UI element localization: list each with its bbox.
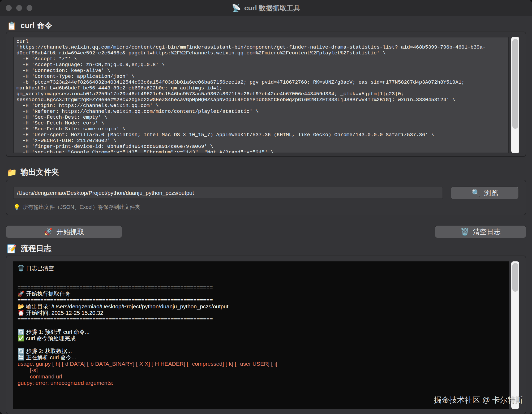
bulb-icon: 💡 <box>13 204 20 210</box>
clear-log-button-label: 清空日志 <box>473 227 501 236</box>
log-line: 🚀 开始执行抓取任务 <box>18 291 504 297</box>
clear-log-button[interactable]: 🗑️ 清空日志 <box>435 225 526 238</box>
output-section-header: 📁 输出文件夹 <box>7 166 525 178</box>
start-scrape-button-label: 开始抓取 <box>57 227 84 236</box>
log-line-error: usage: gui.py [-h] [-d DATA] [-b DATA_BI… <box>18 361 504 367</box>
log-group: 🗑️ 日志已清空 ===============================… <box>6 256 526 414</box>
titlebar: 📡 curl 数据抓取工具 <box>0 0 532 16</box>
log-line: 🗑️ 日志已清空 <box>18 265 504 271</box>
clipboard-icon: 📋 <box>7 21 17 31</box>
folder-icon: 📁 <box>7 168 17 177</box>
log-lines[interactable]: 🗑️ 日志已清空 ===============================… <box>13 261 509 409</box>
log-line <box>18 278 504 284</box>
log-line: 🔄 步骤 1: 预处理 curl 命令... <box>18 329 504 335</box>
satellite-icon: 📡 <box>232 4 241 12</box>
log-line: 🔄 步骤 2: 获取数据... <box>18 348 504 354</box>
log-line-error: [-s] <box>18 367 504 373</box>
app-window: 📡 curl 数据抓取工具 📋 curl 命令 curl 'https://ch… <box>0 0 532 414</box>
log-line: ========================================… <box>18 316 504 322</box>
close-button[interactable] <box>6 5 12 11</box>
curl-command-group: curl 'https://channels.weixin.qq.com/mic… <box>6 32 526 157</box>
log-line: ========================================… <box>18 284 504 291</box>
log-line: 📂 输出目录: /Users/dengzemiao/Desktop/Projec… <box>18 303 504 310</box>
memo-icon: 📝 <box>7 244 17 253</box>
log-line: ⏰ 开始时间: 2025-12-25 15:20:32 <box>18 310 504 316</box>
log-section-title: 流程日志 <box>20 243 51 254</box>
browse-button-label: 浏览 <box>484 188 498 198</box>
app-title: 📡 curl 数据抓取工具 <box>232 3 300 13</box>
minimize-button[interactable] <box>16 5 22 11</box>
curl-command-textarea[interactable]: curl 'https://channels.weixin.qq.com/mic… <box>13 37 509 153</box>
log-scrollbar[interactable] <box>511 261 519 409</box>
output-path-input[interactable] <box>13 187 443 199</box>
action-buttons-row: 🚀 开始抓取 🗑️ 清空日志 <box>6 225 526 238</box>
log-line-error: gui.py: error: unrecognized arguments: <box>18 380 504 386</box>
curl-scrollbar-thumb[interactable] <box>512 39 518 129</box>
start-scrape-button[interactable]: 🚀 开始抓取 <box>6 225 122 238</box>
browse-button[interactable]: 🔍 浏览 <box>451 187 519 199</box>
log-line: 🔄 正在解析 curl 命令... <box>18 354 504 361</box>
output-folder-group: 🔍 浏览 💡 所有输出文件（JSON、Excel）将保存到此文件夹 <box>6 180 526 215</box>
traffic-lights <box>6 0 32 16</box>
log-section-header: 📝 流程日志 <box>7 243 525 255</box>
watermark: 掘金技术社区 @ 卡尔特斯 <box>434 395 523 406</box>
log-line: ========================================… <box>18 297 504 303</box>
log-line <box>18 322 504 329</box>
log-line <box>18 342 504 348</box>
trash-icon: 🗑️ <box>460 227 469 236</box>
app-title-text: curl 数据抓取工具 <box>244 3 300 13</box>
log-line <box>18 271 504 278</box>
output-hint: 💡 所有输出文件（JSON、Excel）将保存到此文件夹 <box>13 204 519 211</box>
output-section-title: 输出文件夹 <box>20 167 59 178</box>
zoom-button[interactable] <box>27 5 32 11</box>
magnifier-icon: 🔍 <box>471 189 480 197</box>
curl-scrollbar[interactable] <box>511 37 519 153</box>
output-hint-text: 所有输出文件（JSON、Excel）将保存到此文件夹 <box>23 204 140 211</box>
rocket-icon: 🚀 <box>44 227 53 236</box>
log-scrollbar-thumb[interactable] <box>512 263 518 292</box>
curl-section-title: curl 命令 <box>20 20 52 31</box>
curl-section-header: 📋 curl 命令 <box>7 20 525 32</box>
log-line-error: command url <box>18 373 504 380</box>
log-line: ✅ curl 命令预处理完成 <box>18 335 504 342</box>
